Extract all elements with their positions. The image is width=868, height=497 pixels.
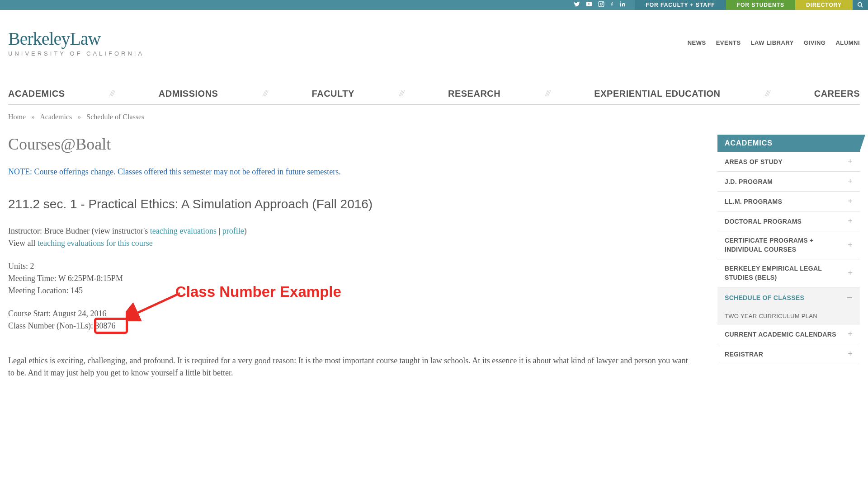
top-bar: FOR FACULTY + STAFF FOR STUDENTS DIRECTO…	[0, 0, 868, 10]
plus-icon: +	[848, 157, 853, 166]
plus-icon: +	[848, 216, 853, 226]
plus-icon: +	[848, 177, 853, 186]
breadcrumb-academics[interactable]: Academics	[40, 113, 72, 121]
sidebar-header: ACADEMICS	[717, 135, 860, 152]
link-teaching-evaluations[interactable]: teaching evaluations	[150, 226, 217, 235]
link-profile[interactable]: profile	[222, 226, 244, 235]
nav-law-library[interactable]: LAW LIBRARY	[751, 39, 794, 46]
plus-icon: +	[848, 329, 853, 339]
plus-icon: +	[848, 267, 853, 279]
logo-main: BerkeleyLaw	[8, 28, 144, 49]
plus-icon: +	[848, 349, 853, 359]
sidebar-subitem-curriculum[interactable]: TWO YEAR CURRICULUM PLAN	[717, 308, 860, 324]
svg-point-2	[603, 2, 603, 3]
sidebar-item-registrar[interactable]: REGISTRAR+	[717, 344, 860, 364]
nav-admissions[interactable]: ADMISSIONS	[159, 89, 218, 99]
sidebar-item-doctoral[interactable]: DOCTORAL PROGRAMS+	[717, 211, 860, 231]
course-body: Legal ethics is exciting, challenging, a…	[8, 355, 690, 379]
nav-giving[interactable]: GIVING	[804, 39, 826, 46]
logo[interactable]: BerkeleyLaw UNIVERSITY OF CALIFORNIA	[8, 28, 144, 57]
tab-students[interactable]: FOR STUDENTS	[726, 0, 795, 10]
youtube-icon[interactable]	[585, 1, 593, 9]
svg-point-3	[858, 3, 862, 6]
divider-icon: ///	[399, 89, 403, 98]
sidebar-item-bels[interactable]: BERKELEY EMPIRICAL LEGAL STUDIES (BELS)+	[717, 259, 860, 287]
breadcrumb-schedule[interactable]: Schedule of Classes	[86, 113, 144, 121]
nav-careers[interactable]: CAREERS	[814, 89, 860, 99]
nav-academics[interactable]: ACADEMICS	[8, 89, 65, 99]
class-number-label: Class Number (Non-1Ls):	[8, 321, 95, 330]
plus-icon: +	[848, 197, 853, 206]
main-content: Courses@Boalt NOTE: Course offerings cha…	[8, 135, 690, 379]
units: Units: 2	[8, 260, 690, 272]
svg-line-4	[861, 6, 863, 8]
facebook-icon[interactable]	[610, 1, 614, 9]
sidebar-item-schedule[interactable]: SCHEDULE OF CLASSES−	[717, 287, 860, 308]
link-course-evaluations[interactable]: teaching evaluations for this course	[38, 239, 153, 248]
annotation-box	[94, 318, 128, 334]
divider-icon: ///	[263, 89, 267, 98]
meeting-location: Meeting Location: 145	[8, 285, 690, 297]
top-nav: NEWS EVENTS LAW LIBRARY GIVING ALUMNI	[688, 39, 860, 46]
linkedin-icon[interactable]	[619, 1, 626, 9]
minus-icon: −	[847, 292, 853, 304]
svg-point-1	[600, 3, 603, 5]
course-note: NOTE: Course offerings change. Classes o…	[8, 167, 690, 177]
sidebar-item-certificate[interactable]: CERTIFICATE PROGRAMS + INDIVIDUAL COURSE…	[717, 231, 860, 259]
nav-experiential[interactable]: EXPERIENTIAL EDUCATION	[594, 89, 720, 99]
class-number-block: Course Start: August 24, 2016 Class Numb…	[8, 308, 690, 332]
annotation-label: Class Number Example	[175, 281, 341, 303]
sidebar-item-areas[interactable]: AREAS OF STUDY+	[717, 152, 860, 172]
logo-sub: UNIVERSITY OF CALIFORNIA	[8, 50, 144, 57]
tab-directory[interactable]: DIRECTORY	[795, 0, 853, 10]
plus-icon: +	[848, 239, 853, 251]
sidebar-item-jd[interactable]: J.D. PROGRAM+	[717, 172, 860, 192]
sidebar-item-llm[interactable]: LL.M. PROGRAMS+	[717, 192, 860, 211]
nav-research[interactable]: RESEARCH	[448, 89, 500, 99]
sidebar: ACADEMICS AREAS OF STUDY+ J.D. PROGRAM+ …	[717, 135, 860, 379]
course-title: 211.2 sec. 1 - Practical Ethics: A Simul…	[8, 197, 690, 211]
page-title: Courses@Boalt	[8, 135, 690, 154]
sidebar-item-calendars[interactable]: CURRENT ACADEMIC CALENDARS+	[717, 324, 860, 344]
nav-faculty[interactable]: FACULTY	[312, 89, 354, 99]
instagram-icon[interactable]	[598, 1, 604, 9]
social-icons	[574, 0, 635, 10]
divider-icon: ///	[545, 89, 549, 98]
divider-icon: ///	[110, 89, 114, 98]
tab-faculty-staff[interactable]: FOR FACULTY + STAFF	[635, 0, 726, 10]
search-button[interactable]	[853, 0, 868, 10]
meeting-time: Meeting Time: W 6:25PM-8:15PM	[8, 272, 690, 285]
top-tabs: FOR FACULTY + STAFF FOR STUDENTS DIRECTO…	[635, 0, 868, 10]
breadcrumb-home[interactable]: Home	[8, 113, 26, 121]
nav-news[interactable]: NEWS	[688, 39, 706, 46]
divider-icon: ///	[765, 89, 769, 98]
svg-line-5	[134, 293, 180, 314]
meeting-block: Units: 2 Meeting Time: W 6:25PM-8:15PM M…	[8, 260, 690, 297]
main-nav: ACADEMICS /// ADMISSIONS /// FACULTY ///…	[8, 89, 860, 105]
breadcrumb: Home » Academics » Schedule of Classes	[0, 105, 868, 121]
header: BerkeleyLaw UNIVERSITY OF CALIFORNIA NEW…	[0, 10, 868, 70]
nav-alumni[interactable]: ALUMNI	[835, 39, 860, 46]
nav-events[interactable]: EVENTS	[716, 39, 741, 46]
twitter-icon[interactable]	[574, 1, 580, 9]
instructor-block: Instructor: Bruce Budner (view instructo…	[8, 225, 690, 249]
